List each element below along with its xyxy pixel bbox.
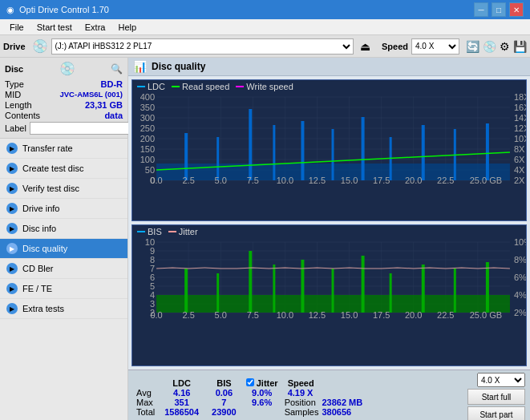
svg-text:12X: 12X — [514, 123, 526, 133]
sidebar-item-verify-test-disc[interactable]: ▶ Verify test disc — [0, 179, 127, 199]
sidebar-item-create-test-disc[interactable]: ▶ Create test disc — [0, 159, 127, 179]
sidebar-item-disc-info[interactable]: ▶ Disc info — [0, 219, 127, 239]
svg-text:2.5: 2.5 — [182, 176, 194, 185]
svg-text:4%: 4% — [514, 290, 526, 300]
svg-rect-85 — [273, 265, 275, 313]
svg-text:7.5: 7.5 — [247, 176, 259, 185]
svg-text:17.5: 17.5 — [373, 310, 390, 318]
chart2-panel: BIS Jitter — [131, 224, 527, 366]
svg-rect-24 — [273, 125, 275, 180]
chart1-panel: LDC Read speed Write speed — [131, 79, 527, 221]
legend-bis: BIS — [137, 227, 162, 236]
legend-ldc-label: LDC — [148, 82, 165, 91]
drive-label: Drive — [3, 42, 26, 51]
speed-label: Speed — [382, 42, 408, 51]
speed-control-row: 4.0 X — [477, 373, 525, 387]
svg-text:2X: 2X — [514, 176, 525, 185]
burn-icon[interactable]: 💿 — [483, 40, 496, 53]
legend-jitter-label: Jitter — [179, 227, 198, 236]
start-full-button[interactable]: Start full — [467, 389, 525, 405]
legend-read-speed: Read speed — [172, 82, 229, 91]
minimize-button[interactable]: ─ — [474, 2, 488, 17]
disc-type-row: Type BD-R — [5, 79, 123, 89]
svg-text:350: 350 — [140, 103, 155, 112]
svg-rect-83 — [216, 273, 219, 313]
extra-tests-icon: ▶ — [6, 303, 18, 314]
svg-text:10.0: 10.0 — [277, 310, 293, 318]
legend-read-label: Read speed — [182, 82, 229, 91]
svg-text:12.5: 12.5 — [309, 310, 326, 318]
sidebar-item-cd-bler[interactable]: ▶ CD Bler — [0, 259, 127, 279]
maximize-button[interactable]: □ — [492, 2, 506, 17]
sidebar: Disc 💿 🔍 Type BD-R MID JVC-AMS6L (001) L… — [0, 58, 128, 420]
stats-avg-speed: 4.19 X — [281, 388, 322, 398]
sidebar-item-drive-info[interactable]: ▶ Drive info — [0, 199, 127, 219]
disc-length-row: Length 23,31 GB — [5, 100, 123, 110]
eject-icon[interactable]: ⏏ — [360, 40, 370, 53]
svg-text:6%: 6% — [514, 273, 526, 282]
create-test-icon: ▶ — [6, 163, 18, 174]
speed-selector[interactable]: 4.0 X — [411, 38, 459, 55]
stats-max-jitter: 9.6% — [243, 398, 281, 407]
svg-rect-21 — [184, 133, 188, 180]
drive-info-label: Drive info — [22, 204, 59, 213]
svg-text:22.5: 22.5 — [437, 310, 454, 318]
stats-avg-jitter: 9.0% — [243, 388, 281, 398]
legend-write-label: Write speed — [246, 82, 293, 91]
svg-text:22.5: 22.5 — [437, 176, 454, 185]
menu-file[interactable]: File — [3, 19, 30, 34]
svg-rect-89 — [390, 273, 392, 313]
menubar: File Start test Extra Help — [0, 19, 530, 35]
disc-extra-icon[interactable]: 🔍 — [111, 63, 123, 75]
svg-rect-92 — [486, 262, 489, 313]
settings-icon[interactable]: ⚙ — [500, 40, 510, 53]
drive-selector[interactable]: (J:) ATAPI iHBS312 2 PL17 — [51, 38, 354, 55]
start-part-button[interactable]: Start part — [467, 406, 525, 420]
sidebar-item-extra-tests[interactable]: ▶ Extra tests — [0, 299, 127, 319]
create-test-label: Create test disc — [22, 164, 83, 173]
transfer-rate-label: Transfer rate — [22, 143, 73, 153]
stats-speed-select[interactable]: 4.0 X — [477, 373, 525, 387]
chart-icon: 📊 — [133, 60, 147, 73]
disc-length-label: Length — [5, 100, 32, 110]
sidebar-spacer — [0, 319, 127, 420]
svg-rect-86 — [301, 260, 304, 313]
legend-write-speed: Write speed — [236, 82, 293, 91]
svg-text:15.0: 15.0 — [341, 176, 358, 185]
svg-text:150: 150 — [140, 144, 155, 154]
save-icon[interactable]: 💾 — [513, 40, 527, 53]
svg-text:5.0: 5.0 — [215, 176, 227, 185]
svg-rect-90 — [422, 265, 425, 313]
menu-extra[interactable]: Extra — [79, 19, 112, 34]
fe-te-label: FE / TE — [22, 284, 52, 293]
jitter-checkbox[interactable] — [246, 378, 254, 386]
disc-length-value: 23,31 GB — [85, 100, 123, 110]
chart1-legend: LDC Read speed Write speed — [132, 80, 526, 93]
close-button[interactable]: ✕ — [509, 2, 524, 17]
cd-bler-icon: ▶ — [6, 263, 18, 274]
menu-help[interactable]: Help — [111, 19, 143, 34]
svg-text:10%: 10% — [514, 238, 526, 247]
content-area: 📊 Disc quality LDC Read speed — [128, 58, 530, 420]
stats-empty-cell — [133, 378, 158, 388]
menu-start-test[interactable]: Start test — [30, 19, 79, 34]
svg-rect-29 — [422, 125, 425, 180]
sidebar-item-disc-quality[interactable]: ▶ Disc quality — [0, 239, 127, 259]
stats-bis-header: BIS — [205, 378, 243, 388]
sidebar-item-fe-te[interactable]: ▶ FE / TE — [0, 279, 127, 299]
disc-info-icon: ▶ — [6, 223, 18, 234]
svg-rect-82 — [184, 269, 188, 313]
drive-info-icon: ▶ — [6, 203, 18, 214]
refresh-icon[interactable]: 🔄 — [466, 40, 479, 53]
sidebar-item-transfer-rate[interactable]: ▶ Transfer rate — [0, 139, 127, 159]
disc-contents-row: Contents data — [5, 111, 123, 120]
legend-read-dot — [172, 86, 180, 87]
charts-container: LDC Read speed Write speed — [128, 76, 530, 370]
stats-total-label: Total — [133, 407, 158, 417]
titlebar: ◉ Opti Drive Control 1.70 ─ □ ✕ — [0, 0, 530, 19]
svg-text:200: 200 — [140, 134, 155, 143]
disc-info-label: Disc info — [22, 224, 56, 233]
disc-mid-label: MID — [5, 90, 21, 99]
legend-write-dot — [236, 86, 244, 87]
disc-mid-value: JVC-AMS6L (001) — [60, 90, 123, 99]
